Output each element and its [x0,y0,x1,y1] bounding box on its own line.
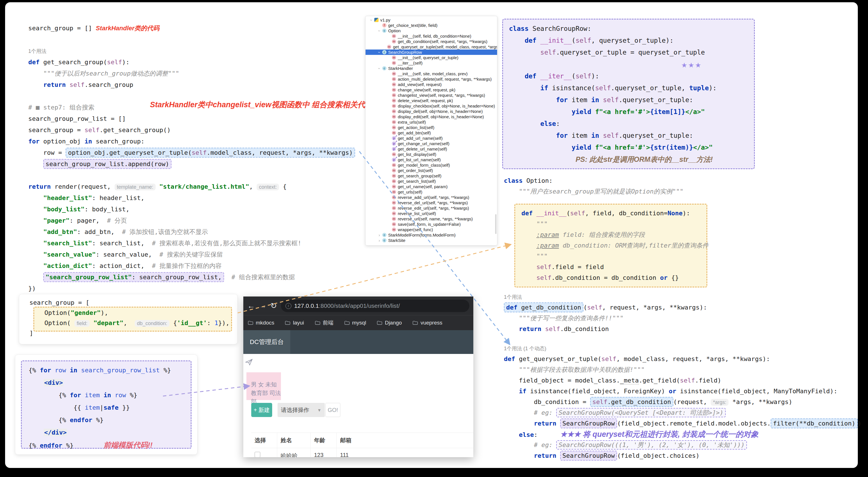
tree-item-label: change_view(self, request, pk) [398,88,455,92]
class-icon: c [382,238,386,243]
bookmark-前端[interactable]: 前端 [315,319,334,326]
bookmark-vuepress[interactable]: vuepress [412,320,442,326]
site-info-icon[interactable]: i [285,303,291,309]
go-button[interactable]: GO! [326,403,340,417]
class-icon: c [382,233,386,237]
chevron-icon[interactable]: › [369,18,374,22]
get-db-condition-code: 1个用法def get_db_condition(self, request, … [504,291,707,335]
tree-item-label: reverse_del_url(self, *args, **kwargs) [398,200,468,205]
method-icon: m [387,45,391,49]
forward-icon[interactable]: → [259,302,267,310]
chevron-icon[interactable]: › [377,50,382,55]
class-icon: c [382,66,386,70]
tree-item-SearchGroupRow[interactable]: ›cSearchGroupRow [366,50,497,55]
method-icon: m [392,179,396,183]
bookmark-layui[interactable]: layui [285,320,304,326]
option-init-box: def __init__(self, field, db_condition=N… [514,204,707,287]
tree-item-get_list_url_name[interactable]: pget_list_url_name(self) [366,157,497,162]
row-checkbox[interactable] [255,452,260,457]
tree-item-__init__[interactable]: m__init__(self, field, db_condition=None… [366,33,497,39]
tree-item-add_view[interactable]: madd_view(self, request) [366,82,497,87]
tree-item-reverse_list_url[interactable]: mreverse_list_url(self) [366,211,497,216]
method-icon: m [392,71,396,76]
tree-item-v1.py[interactable]: ›v1.py [366,17,497,23]
class-icon: c [382,50,386,54]
tree-item-label: get_list_url_name(self) [398,157,441,162]
tree-item-reverse_url[interactable]: mreverse_url(self, name, *args, **kwargs… [366,216,497,222]
tree-item-get_add_btn[interactable]: mget_add_btn(self) [366,130,497,135]
tree-item-get_action_list[interactable]: mget_action_list(self) [366,125,497,130]
tree-item-__iter__[interactable]: m__iter__(self) [366,60,497,66]
tree-item-label: reverse_url(self, name, *args, **kwargs) [398,216,473,221]
tree-item-reverse_add_url[interactable]: mreverse_add_url(self, *args, **kwargs) [366,195,497,200]
chevron-icon[interactable]: › [377,233,382,237]
tree-item-delete_view[interactable]: mdelete_view(self, request, pk) [366,98,497,103]
tree-item-StarkHandler[interactable]: ›cStarkHandler [366,66,497,71]
function-icon: f [382,23,386,27]
gender-links[interactable]: 男 女 未知 [251,380,281,389]
tree-item-StarkModelForm[interactable]: ›cStarkModelForm(forms.ModelForm) [366,232,497,237]
address-bar[interactable]: i 127.0.0.1:8000/stark/app01/userinfo/li… [281,299,469,312]
bookmark-Django[interactable]: Django [377,320,402,326]
url-text[interactable]: 127.0.0.1:8000/stark/app01/userinfo/list… [294,303,400,309]
column-header: 邮箱 [337,433,473,448]
chevron-icon[interactable]: › [377,28,382,33]
tree-item-action_multi_delete[interactable]: maction_multi_delete(self, request, *arg… [366,76,497,82]
reload-icon[interactable]: ↻ [271,302,277,310]
tree-item-get_delete_url_name[interactable]: pget_delete_url_name(self) [366,146,497,152]
tree-item-__init__[interactable]: m__init__(self, queryset_or_tuple) [366,55,497,60]
bookmark-mysql[interactable]: mysql [344,320,366,326]
site-navbar: DC管理后台 [243,330,473,354]
paper-plane-icon [245,358,253,367]
tree-item-label: Option [388,28,401,33]
search-group-links-box: 男 女 未知 教育部 司法部 [246,372,281,400]
chevron-icon[interactable]: › [377,66,382,71]
tree-item-get_url_name[interactable]: mget_url_name(self, param) [366,184,497,189]
searchgrouprow-code: class SearchGroupRow: def __init__(self,… [509,23,717,165]
tree-item-display_del[interactable]: mdisplay_del(self, obj=None, is_header=N… [366,109,497,114]
tree-item-StarkSite[interactable]: ›cStarkSite [366,237,497,243]
bookmark-label: vuepress [421,320,442,326]
site-title-tab[interactable]: DC管理后台 [243,330,290,354]
tree-item-reverse_edit_url[interactable]: mreverse_edit_url(self, *args, **kwargs) [366,205,497,211]
tree-scrollbar[interactable] [495,214,497,234]
add-button[interactable]: + 新建 [251,403,272,417]
tree-item-change_view[interactable]: mchange_view(self, request, pk) [366,87,497,93]
tree-item-get_order_list[interactable]: mget_order_list(self) [366,168,497,173]
tree-item-get_queryset_or_tuple[interactable]: mget_queryset_or_tuple(self, model_class… [366,44,497,50]
method-icon: m [392,104,396,108]
tree-item-display_checkbox[interactable]: mdisplay_checkbox(self, obj=None, is_hea… [366,103,497,109]
method-icon: m [392,227,396,232]
folder-icon [248,321,253,325]
tree-item-get_add_url_name[interactable]: pget_add_url_name(self) [366,135,497,141]
tree-item-get_model_form_class[interactable]: mget_model_form_class(self) [366,162,497,168]
tree-item-get_search_list[interactable]: mget_search_list(self) [366,179,497,184]
action-dropdown[interactable]: 请选择操作 ▼ [278,403,325,417]
tree-item-label: get_url_name(self, param) [398,184,447,189]
tree-item-reverse_del_url[interactable]: mreverse_del_url(self, *args, **kwargs) [366,200,497,205]
method-icon: m [392,152,396,156]
tree-item-Option[interactable]: ›cOption [366,28,497,33]
tree-item-changelist_view[interactable]: mchangelist_view(self, request, *args, *… [366,93,497,98]
tree-item-save[interactable]: msave(self, form, is_update=False) [366,222,497,227]
template-code-card: {% for row in search_group_row_list %} <… [15,354,197,455]
chevron-icon[interactable]: › [377,238,382,243]
tree-item-get_urls[interactable]: mget_urls(self) [366,189,497,195]
bookmark-mkdocs[interactable]: mkdocs [248,320,274,326]
tree-item-get_db_condition[interactable]: mget_db_condition(self, request, *args, … [366,39,497,44]
tree-item-extra_urls[interactable]: mextra_urls(self) [366,119,497,125]
tree-item-get_change_url_name[interactable]: pget_change_url_name(self) [366,141,497,146]
tree-item-__init__[interactable]: m__init__(self, site, model_class, prev) [366,71,497,76]
folder-icon [377,321,382,325]
tree-item-get_choice_text[interactable]: fget_choice_text(title, field) [366,23,497,28]
chevron-down-icon: ▼ [317,408,321,413]
tree-item-get_search_group[interactable]: mget_search_group(self) [366,173,497,179]
tree-item-get_list_display[interactable]: mget_list_display(self) [366,152,497,157]
tree-item-wrapper[interactable]: mwrapper(self, func) [366,227,497,232]
back-icon[interactable]: ← [247,302,255,310]
folder-icon [285,321,290,325]
tree-item-display_edit[interactable]: mdisplay_edit(self, obj=None, is_header=… [366,114,497,119]
tree-item-label: StarkSite [388,238,405,243]
method-icon: m [392,120,396,124]
tree-item-label: get_change_url_name(self) [398,141,450,146]
